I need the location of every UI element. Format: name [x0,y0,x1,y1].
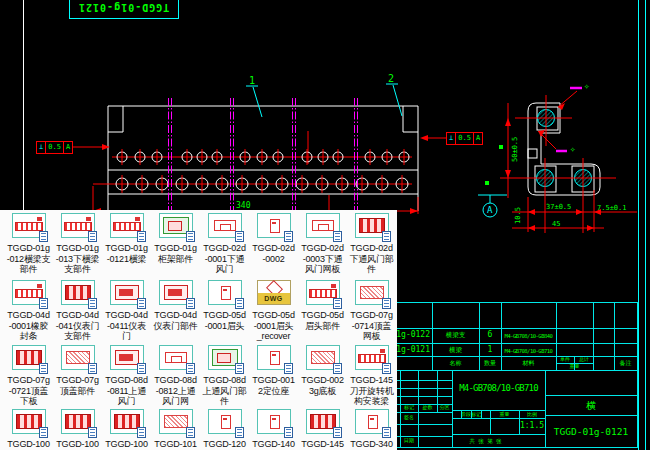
file-item[interactable]: TGGD-04d-0001橡胶封条 [4,278,53,343]
date-label: 日期 [400,438,418,444]
page-icon [382,427,391,438]
dwg-thumbnail-icon [208,213,242,238]
part-name: 横 [545,400,637,411]
dwg-badge: DWG [258,293,290,304]
page-icon [333,298,342,309]
file-name: TGGD-02d-0003下通风门网板 [301,243,343,275]
file-name: TGGD-01g-0121横梁 [105,243,147,264]
file-item[interactable]: TGGD-01g-013下横梁支部件 [53,211,102,278]
titleblock-line [437,370,438,412]
dwg-thumbnail-icon [257,345,291,370]
page-icon [235,231,244,242]
page-icon [39,231,48,242]
titleblock-line [481,410,482,418]
titleblock-line [614,302,615,370]
drawing-number: TGGD-01g-0121 [545,427,637,437]
dwg-thumbnail-icon [208,280,242,305]
file-item[interactable]: TGGD-140 [249,407,298,450]
file-item[interactable]: TGGD-01g-0121横梁 [102,211,151,278]
file-item[interactable]: TGGD-0012定位座 [249,343,298,407]
dwg-thumbnail-icon [306,213,340,238]
page-icon [382,363,391,374]
file-name: TGGD-145 [301,439,343,450]
bottom-dimension-text: 340 [236,202,250,210]
file-name: TGGD-145刀开旋转机构安装梁 [349,375,393,407]
titleblock-line [501,302,502,370]
page-icon [284,231,293,242]
file-item[interactable]: TGGD-0023g底板 [298,343,347,407]
signature-label: 签名 [400,415,418,421]
file-item[interactable]: TGGD-07g顶盖部件 [53,343,102,407]
file-item[interactable]: TGGD-100 [53,407,102,450]
file-name: TGGD-08d上通风门部件 [202,375,246,407]
leader-label-2: 2 [388,74,394,84]
file-name: TGGD-04d仪表门部件 [153,310,197,331]
titleblock-line [418,370,419,447]
file-name: TGGD-140 [252,439,294,450]
dwg-thumbnail-icon [12,409,46,434]
detail-dim-total: 45 [552,221,560,228]
page-icon [39,298,48,309]
file-item[interactable]: TGGD-120 [200,407,249,450]
file-item[interactable]: TGGD-145 [298,407,347,450]
file-item[interactable]: TGGD-07g-0721顶盖下板 [4,343,53,407]
file-item[interactable]: TGGD-02d下通风门部件 [347,211,396,278]
titleblock-line [461,410,462,418]
page-icon [382,298,391,309]
file-item[interactable]: TGGD-100 [4,407,53,450]
titleblock-line [637,302,638,448]
dwg-thumbnail-icon [355,409,389,434]
page-icon [382,231,391,242]
file-item[interactable]: TGGD-04d-041仪表门支部件 [53,278,102,343]
detail-dim-height: 50±0.5 [512,137,519,162]
page-icon [235,363,244,374]
gdt-tolerance: 0.5 [45,142,63,153]
dwg-thumbnail-icon [12,213,46,238]
file-item[interactable]: TGGD-07g-0714顶盖网板 [347,278,396,343]
dwg-thumbnail-icon [159,345,193,370]
parts-header-qty: 数量 [479,360,501,367]
gdt-symbol: ⊥ [447,133,455,144]
file-item[interactable]: TGGD-101 [151,407,200,450]
file-item[interactable]: TGGD-05d-0001眉头 [200,278,249,343]
file-item[interactable]: TGGD-08d上通风门部件 [200,343,249,407]
file-item[interactable]: TGGD-145刀开旋转机构安装梁 [347,343,396,407]
file-name: TGGD-04d-041仪表门支部件 [56,310,100,342]
file-item[interactable]: TGGD-02d-0002 [249,211,298,278]
dwg-thumbnail-icon [306,345,340,370]
titleblock-line [545,370,546,447]
file-name: TGGD-08d-0812上通风门网 [154,375,196,407]
file-item[interactable]: TGGD-02d-0003下通风门网板 [298,211,347,278]
titleblock-line [471,410,472,418]
page-icon [186,231,195,242]
file-item[interactable]: TGGD-02d-0001下通风门 [200,211,249,278]
file-item[interactable]: TGGD-04d仪表门部件 [151,278,200,343]
file-name: TGGD-05d-0001眉头_recover [252,310,294,342]
file-item[interactable]: TGGD-01g-012横梁支部件 [4,211,53,278]
file-name: TGGD-02d下通风门部件 [349,243,393,275]
file-name: TGGD-01g-013下横梁支部件 [56,243,100,275]
file-browser-panel[interactable]: TGGD-01g-012横梁支部件 TGGD-01g-013下横梁支部件 TGG… [0,210,397,450]
file-item[interactable]: DWG TGGD-05d-0001眉头_recover [249,278,298,343]
titleblock-line [432,302,433,370]
rotated-drawing-label-text: TGGD-01g-0121 [78,2,169,13]
file-item[interactable]: TGGD-01g柜架部件 [151,211,200,278]
file-item[interactable]: TGGD-04d-0411仪表门 [102,278,151,343]
page-icon [235,298,244,309]
file-item[interactable]: TGGD-08d-0812上通风门网 [151,343,200,407]
dwg-thumbnail-icon [257,213,291,238]
file-item[interactable]: TGGD-100 [102,407,151,450]
file-item[interactable]: TGGD-08d-0811上通风门 [102,343,151,407]
rotated-drawing-label: TGGD-01g-0121 [69,0,179,19]
dwg-thumbnail-icon [61,213,95,238]
file-item[interactable]: TGGD-340 [347,407,396,450]
dwg-thumbnail-icon [61,409,95,434]
parts-row-spec: M4-GB708/10-GB840 [501,333,556,339]
mark-label: 分区 [437,405,452,411]
dwg-thumbnail-icon [306,280,340,305]
gdt-frame-left: ⊥ 0.5 A [36,141,73,154]
page-icon [333,363,342,374]
page-icon [186,363,195,374]
file-item[interactable]: TGGD-05d眉头部件 [298,278,347,343]
page-icon [235,427,244,438]
